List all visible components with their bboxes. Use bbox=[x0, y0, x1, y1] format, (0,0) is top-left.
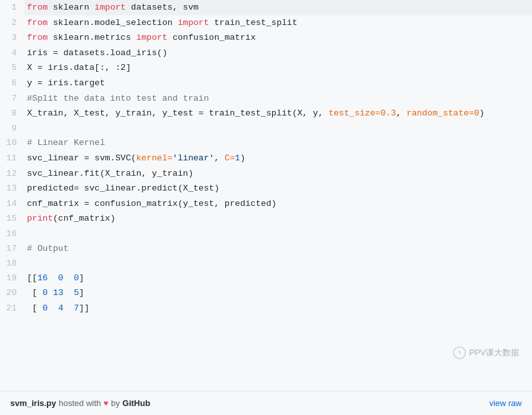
table-row: 13predicted= svc_linear.predict(X_test) bbox=[0, 181, 532, 196]
line-number: 11 bbox=[0, 151, 24, 166]
line-number: 17 bbox=[0, 241, 24, 257]
line-code: svc_linear.fit(X_train, y_train) bbox=[24, 166, 532, 182]
line-code bbox=[24, 121, 532, 136]
line-code: [ 0 4 7]] bbox=[24, 301, 532, 316]
footer-hosted-text: hosted with bbox=[59, 398, 101, 408]
line-code: y = iris.target bbox=[24, 76, 532, 91]
line-code: svc_linear = svm.SVC(kernel='linear', C=… bbox=[24, 151, 532, 166]
line-number: 8 bbox=[0, 106, 24, 121]
line-number: 18 bbox=[0, 256, 24, 271]
footer: svm_iris.py hosted with ♥ by GitHub view… bbox=[0, 391, 532, 415]
line-number: 9 bbox=[0, 121, 24, 136]
table-row: 11svc_linear = svm.SVC(kernel='linear', … bbox=[0, 151, 532, 166]
line-number: 1 bbox=[0, 0, 24, 15]
line-code bbox=[24, 226, 532, 241]
table-row: 14cnf_matrix = confusion_matrix(y_test, … bbox=[0, 196, 532, 212]
footer-right[interactable]: view raw bbox=[489, 398, 522, 408]
footer-left: svm_iris.py hosted with ♥ by GitHub bbox=[10, 398, 150, 408]
line-number: 5 bbox=[0, 60, 24, 76]
line-code: #Split the data into test and train bbox=[24, 91, 532, 106]
table-row: 21 [ 0 4 7]] bbox=[0, 301, 532, 316]
line-code: cnf_matrix = confusion_matrix(y_test, pr… bbox=[24, 196, 532, 212]
line-code: predicted= svc_linear.predict(X_test) bbox=[24, 181, 532, 196]
line-code: [[16 0 0] bbox=[24, 271, 532, 286]
code-table: 1from sklearn import datasets, svm2from … bbox=[0, 0, 532, 316]
footer-filename: svm_iris.py bbox=[10, 398, 56, 408]
line-number: 3 bbox=[0, 30, 24, 46]
line-number: 12 bbox=[0, 166, 24, 182]
view-raw-link[interactable]: view raw bbox=[489, 398, 522, 408]
line-code: from sklearn import datasets, svm bbox=[24, 0, 532, 15]
table-row: 16 bbox=[0, 226, 532, 241]
table-row: 18 bbox=[0, 256, 532, 271]
line-number: 21 bbox=[0, 301, 24, 316]
footer-platform: GitHub bbox=[123, 398, 150, 408]
line-number: 16 bbox=[0, 226, 24, 241]
line-number: 10 bbox=[0, 135, 24, 151]
table-row: 10# Linear Kernel bbox=[0, 135, 532, 151]
line-code: X = iris.data[:, :2] bbox=[24, 60, 532, 76]
line-number: 6 bbox=[0, 76, 24, 91]
line-code: from sklearn.metrics import confusion_ma… bbox=[24, 30, 532, 46]
table-row: 12svc_linear.fit(X_train, y_train) bbox=[0, 166, 532, 182]
table-row: 6y = iris.target bbox=[0, 76, 532, 91]
watermark: PPV课大数据 bbox=[452, 346, 519, 360]
table-row: 3from sklearn.metrics import confusion_m… bbox=[0, 30, 532, 46]
table-row: 7#Split the data into test and train bbox=[0, 91, 532, 106]
line-code: # Linear Kernel bbox=[24, 135, 532, 151]
line-number: 19 bbox=[0, 271, 24, 286]
table-row: 19[[16 0 0] bbox=[0, 271, 532, 286]
table-row: 2from sklearn.model_selection import tra… bbox=[0, 15, 532, 31]
line-number: 15 bbox=[0, 211, 24, 226]
line-code bbox=[24, 256, 532, 271]
line-code: [ 0 13 5] bbox=[24, 285, 532, 301]
table-row: 9 bbox=[0, 121, 532, 136]
table-row: 15print(cnf_matrix) bbox=[0, 211, 532, 226]
line-code: iris = datasets.load_iris() bbox=[24, 46, 532, 61]
line-code: X_train, X_test, y_train, y_test = train… bbox=[24, 106, 532, 121]
table-row: 4iris = datasets.load_iris() bbox=[0, 46, 532, 61]
watermark-text: PPV课大数据 bbox=[469, 347, 519, 359]
line-number: 4 bbox=[0, 46, 24, 61]
table-row: 20 [ 0 13 5] bbox=[0, 285, 532, 301]
line-code: from sklearn.model_selection import trai… bbox=[24, 15, 532, 31]
footer-by-text: by bbox=[111, 398, 120, 408]
code-container: 1from sklearn import datasets, svm2from … bbox=[0, 0, 532, 391]
table-row: 5X = iris.data[:, :2] bbox=[0, 60, 532, 76]
line-code: # Output bbox=[24, 241, 532, 257]
footer-heart: ♥ bbox=[103, 398, 108, 408]
line-number: 20 bbox=[0, 285, 24, 301]
line-number: 14 bbox=[0, 196, 24, 212]
table-row: 1from sklearn import datasets, svm bbox=[0, 0, 532, 15]
line-number: 13 bbox=[0, 181, 24, 196]
line-number: 7 bbox=[0, 91, 24, 106]
table-row: 17# Output bbox=[0, 241, 532, 257]
line-number: 2 bbox=[0, 15, 24, 31]
table-row: 8X_train, X_test, y_train, y_test = trai… bbox=[0, 106, 532, 121]
line-code: print(cnf_matrix) bbox=[24, 211, 532, 226]
